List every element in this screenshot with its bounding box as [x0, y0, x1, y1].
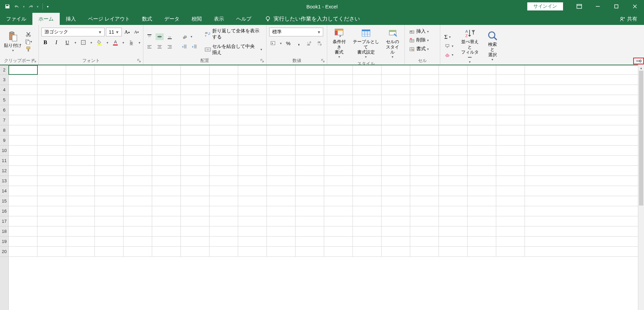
cell[interactable] [267, 176, 296, 186]
cell[interactable] [66, 176, 95, 186]
row-header[interactable]: 19 [0, 237, 8, 247]
cell[interactable] [353, 115, 382, 125]
cell[interactable] [296, 125, 324, 135]
cell[interactable] [296, 135, 324, 145]
cell[interactable] [37, 146, 66, 155]
cell[interactable] [324, 247, 353, 256]
cell[interactable] [181, 95, 209, 105]
row-header[interactable]: 2 [0, 65, 8, 75]
cell[interactable] [439, 206, 468, 216]
tab-pagelayout[interactable]: ページ レイアウト [82, 13, 136, 25]
cell[interactable] [382, 105, 410, 115]
tab-formulas[interactable]: 数式 [136, 13, 158, 25]
accounting-format-icon[interactable]: ¥ [269, 40, 277, 46]
cell[interactable] [468, 196, 496, 206]
cell[interactable] [209, 176, 238, 186]
cell[interactable] [238, 247, 267, 256]
cell[interactable] [152, 206, 181, 216]
cell[interactable] [37, 105, 66, 115]
signin-button[interactable]: サインイン [527, 2, 563, 10]
cell[interactable] [238, 166, 267, 176]
cell[interactable] [181, 216, 209, 226]
cell[interactable] [66, 237, 95, 246]
cell[interactable] [410, 125, 439, 135]
cell[interactable] [181, 156, 209, 165]
cell[interactable] [238, 115, 267, 125]
cell[interactable] [152, 85, 181, 95]
scrollbar-thumb[interactable] [639, 71, 643, 206]
cell[interactable] [152, 166, 181, 176]
cell[interactable] [209, 247, 238, 256]
cell[interactable] [123, 247, 152, 256]
cell[interactable] [209, 95, 238, 105]
cell[interactable] [382, 176, 410, 186]
chevron-down-icon[interactable]: ▾ [191, 35, 192, 38]
cell[interactable] [181, 166, 209, 176]
cell[interactable] [468, 95, 496, 105]
cell[interactable] [152, 146, 181, 155]
cell[interactable] [66, 105, 95, 115]
row-header[interactable]: 18 [0, 226, 8, 237]
cell[interactable] [123, 135, 152, 145]
underline-button[interactable]: U [63, 39, 71, 46]
cell[interactable] [439, 135, 468, 145]
cell[interactable] [209, 85, 238, 95]
cell[interactable] [468, 247, 496, 256]
ribbon-display-options-icon[interactable] [570, 0, 588, 13]
cell[interactable] [9, 166, 37, 176]
borders-icon[interactable] [80, 39, 87, 46]
save-icon[interactable] [4, 3, 11, 10]
cell[interactable] [267, 105, 296, 115]
cell[interactable] [382, 196, 410, 206]
cell[interactable] [37, 85, 66, 95]
cell[interactable] [181, 135, 209, 145]
cell[interactable] [95, 196, 123, 206]
cell[interactable] [66, 85, 95, 95]
sort-filter-button[interactable]: AZ 並べ替えと フィルター▾ [457, 27, 482, 64]
undo-dropdown-icon[interactable]: ▾ [23, 5, 25, 8]
cell[interactable] [9, 135, 37, 145]
cell[interactable] [496, 125, 525, 135]
decrease-font-icon[interactable]: A▾ [132, 29, 140, 35]
cell[interactable] [123, 216, 152, 226]
cell[interactable] [238, 237, 267, 246]
cell[interactable] [152, 196, 181, 206]
cell[interactable] [37, 115, 66, 125]
cell[interactable] [382, 237, 410, 246]
cell[interactable] [95, 146, 123, 155]
cell[interactable] [439, 176, 468, 186]
cell[interactable] [181, 196, 209, 206]
row-header[interactable]: 15 [0, 196, 8, 206]
row-header[interactable]: 7 [0, 115, 8, 125]
cell[interactable] [382, 156, 410, 165]
cell[interactable] [95, 135, 123, 145]
cell[interactable] [123, 146, 152, 155]
bold-button[interactable]: B [41, 39, 49, 46]
cell[interactable] [496, 85, 525, 95]
cell[interactable] [238, 125, 267, 135]
cell[interactable] [181, 75, 209, 85]
cell[interactable] [496, 65, 525, 74]
cell[interactable] [238, 226, 267, 236]
cell[interactable] [496, 206, 525, 216]
delete-cells-button[interactable]: 削除▾ [407, 36, 438, 44]
cell[interactable] [296, 85, 324, 95]
clear-button[interactable]: ▾ [442, 51, 455, 59]
cell[interactable] [439, 156, 468, 165]
align-left-icon[interactable] [145, 43, 153, 50]
cell[interactable] [353, 156, 382, 165]
tab-data[interactable]: データ [158, 13, 186, 25]
tab-home[interactable]: ホーム [32, 13, 60, 25]
cell[interactable] [410, 146, 439, 155]
cell[interactable] [152, 65, 181, 74]
comma-icon[interactable]: , [295, 40, 303, 46]
align-middle-icon[interactable] [156, 33, 164, 40]
cell[interactable] [496, 247, 525, 256]
cell[interactable] [267, 75, 296, 85]
cell[interactable] [468, 105, 496, 115]
cell[interactable] [439, 216, 468, 226]
cell[interactable] [66, 135, 95, 145]
cell[interactable] [95, 216, 123, 226]
cell[interactable] [496, 166, 525, 176]
cell[interactable] [37, 65, 66, 74]
